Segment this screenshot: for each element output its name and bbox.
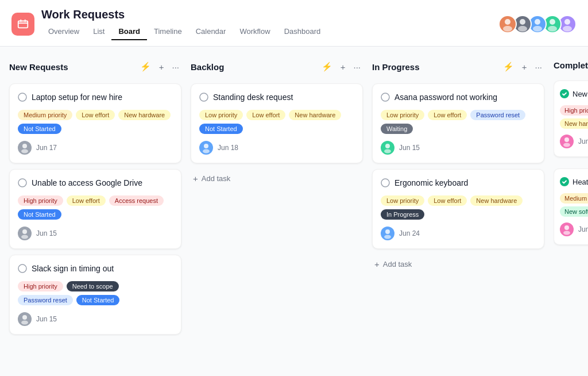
card-footer-ergonomic: Jun 24 [381, 227, 536, 240]
tag-waiting[interactable]: Waiting [381, 124, 413, 134]
card-check-completed-1 [560, 89, 569, 101]
card-new-hire-completed[interactable]: New h... High prio... New hard... Jun 1 [554, 80, 588, 157]
card-slack-signin[interactable]: Slack sign in timing out High priority N… [9, 255, 181, 335]
tab-calendar[interactable]: Calendar [189, 24, 233, 40]
header-title-block: Work Requests Overview List Board Timeli… [41, 8, 327, 40]
card-ergonomic-keyboard[interactable]: Ergonomic keyboard Low priority Low effo… [372, 169, 544, 249]
tab-board[interactable]: Board [111, 24, 147, 40]
card-title-google-drive: Unable to access Google Drive [18, 178, 173, 190]
svg-point-10 [548, 26, 557, 32]
tag-not-started-4[interactable]: Not Started [199, 124, 243, 134]
tab-workflow[interactable]: Workflow [233, 24, 277, 40]
column-add-in-progress[interactable]: + [520, 61, 529, 73]
tag-low-priority[interactable]: Low priority [199, 110, 243, 120]
tag-need-to-scope[interactable]: Need to scope [67, 281, 119, 291]
card-date-3: Jun 15 [36, 315, 57, 323]
card-asana-password[interactable]: Asana password not working Low priority … [372, 83, 544, 163]
tab-overview[interactable]: Overview [41, 24, 86, 40]
column-more-backlog[interactable]: ··· [351, 61, 363, 73]
tag-new-hardware[interactable]: New hardware [118, 110, 171, 120]
card-footer-asana: Jun 15 [381, 141, 536, 155]
tag-low-effort-3[interactable]: Low effort [246, 110, 285, 120]
card-footer-standing-desk: Jun 18 [199, 141, 354, 155]
svg-point-35 [564, 225, 569, 230]
svg-point-11 [564, 19, 570, 25]
card-name-standing-desk: Standing desk request [213, 92, 293, 103]
card-tags-standing-desk: Low priority Low effort New hardware Not… [199, 110, 354, 134]
svg-point-32 [564, 137, 569, 142]
svg-point-31 [560, 89, 569, 98]
add-task-backlog[interactable]: + Add task [191, 169, 363, 188]
column-more-new-requests[interactable]: ··· [169, 61, 181, 73]
card-heatr-completed[interactable]: Heatr... Medium p... New soft... Jun 2 [554, 168, 588, 245]
tag-high-prio-completed[interactable]: High prio... [560, 105, 588, 116]
card-tags-completed-2: Medium p... New soft... [560, 193, 588, 217]
tag-medium-prio-completed[interactable]: Medium p... [560, 193, 588, 204]
tag-high-priority-2[interactable]: High priority [18, 195, 63, 206]
tab-list[interactable]: List [86, 24, 111, 40]
card-title-ergonomic: Ergonomic keyboard [381, 178, 536, 190]
tag-password-reset-2[interactable]: Password reset [470, 110, 525, 120]
tag-not-started[interactable]: Not Started [18, 124, 61, 134]
tag-low-effort[interactable]: Low effort [76, 110, 115, 120]
tag-access-request[interactable]: Access request [109, 195, 164, 206]
svg-point-22 [200, 93, 208, 101]
tag-new-hardware-2[interactable]: New hardware [289, 110, 341, 120]
column-header-new-requests: New Requests ⚡ + ··· [9, 58, 181, 78]
card-check-icon-6 [381, 178, 390, 190]
column-more-in-progress[interactable]: ··· [532, 61, 544, 73]
svg-rect-0 [18, 21, 28, 28]
tag-low-effort-5[interactable]: Low effort [428, 195, 467, 206]
tag-medium-priority[interactable]: Medium priority [18, 110, 72, 120]
card-tags-slack: High priority Need to scope Password res… [18, 281, 173, 305]
card-avatar-2 [18, 227, 32, 240]
avatar-1[interactable] [498, 15, 517, 33]
column-title-in-progress: In Progress [372, 62, 497, 72]
column-title-backlog: Backlog [191, 62, 316, 72]
card-date-7: Jun 1 [578, 137, 588, 145]
app-title: Work Requests [41, 8, 327, 21]
card-footer-completed-1: Jun 1 [560, 135, 588, 148]
tag-low-effort-4[interactable]: Low effort [428, 110, 467, 120]
svg-point-23 [204, 144, 208, 148]
tag-password-reset[interactable]: Password reset [18, 295, 73, 305]
card-avatar-3 [18, 312, 32, 326]
svg-point-30 [384, 235, 391, 239]
card-tags-asana: Low priority Low effort Password reset W… [381, 110, 536, 134]
svg-point-7 [535, 19, 540, 25]
column-lightning-in-progress[interactable]: ⚡ [501, 60, 516, 73]
add-task-in-progress[interactable]: + Add task [372, 255, 544, 274]
card-tags-laptop-setup: Medium priority Low effort New hardware … [18, 110, 173, 134]
column-add-backlog[interactable]: + [338, 61, 348, 73]
tag-new-soft-completed[interactable]: New soft... [560, 206, 588, 217]
column-actions-new-requests: ⚡ + ··· [138, 60, 181, 73]
card-title-slack: Slack sign in timing out [18, 263, 173, 275]
column-actions-backlog: ⚡ + ··· [319, 60, 363, 73]
svg-point-16 [18, 179, 26, 187]
tag-new-hardware-3[interactable]: New hardware [470, 195, 523, 206]
tag-low-priority-2[interactable]: Low priority [381, 110, 424, 120]
tag-new-hard-completed[interactable]: New hard... [560, 118, 588, 129]
column-add-new-requests[interactable]: + [157, 61, 167, 73]
svg-rect-2 [25, 20, 26, 22]
column-lightning-new-requests[interactable]: ⚡ [138, 60, 153, 73]
tag-high-priority-3[interactable]: High priority [18, 281, 63, 291]
app-icon [11, 13, 34, 36]
card-standing-desk[interactable]: Standing desk request Low priority Low e… [191, 83, 363, 163]
tab-timeline[interactable]: Timeline [147, 24, 189, 40]
tag-low-effort-2[interactable]: Low effort [67, 195, 106, 206]
tab-dashboard[interactable]: Dashboard [277, 24, 328, 40]
card-name-google-drive: Unable to access Google Drive [32, 178, 142, 189]
tag-not-started-3[interactable]: Not Started [76, 295, 120, 305]
card-date-6: Jun 24 [399, 229, 420, 237]
svg-point-19 [18, 264, 26, 273]
card-name-asana: Asana password not working [394, 92, 497, 103]
card-google-drive[interactable]: Unable to access Google Drive High prior… [9, 169, 181, 249]
tag-low-priority-3[interactable]: Low priority [381, 195, 424, 206]
card-name-new-hire-completed: New h... [572, 89, 588, 99]
tag-in-progress[interactable]: In Progress [381, 209, 424, 220]
column-lightning-backlog[interactable]: ⚡ [319, 60, 335, 73]
card-laptop-setup[interactable]: Laptop setup for new hire Medium priorit… [9, 83, 181, 163]
tag-not-started-2[interactable]: Not Started [18, 209, 61, 220]
column-title-completed: Completed [554, 60, 588, 70]
